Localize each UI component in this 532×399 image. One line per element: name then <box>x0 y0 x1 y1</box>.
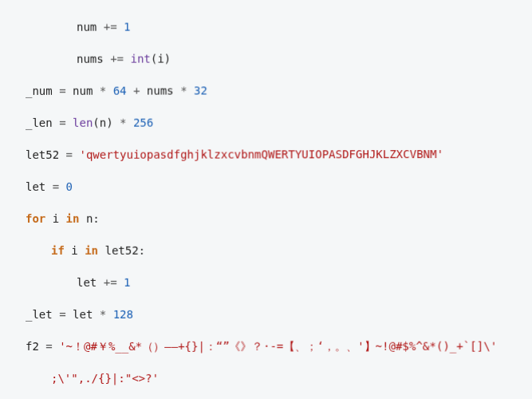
code-line: let = 0 <box>0 178 532 195</box>
code-line: for i in n: <box>0 210 532 227</box>
keyword: if <box>51 244 65 257</box>
builtin-fn: len <box>73 117 93 129</box>
operator: = <box>53 180 59 193</box>
code-line: _let = let * 128 <box>0 306 532 322</box>
operator: * <box>120 117 126 129</box>
identifier: i <box>71 244 77 257</box>
operator: += <box>110 53 124 65</box>
operator: * <box>180 85 187 97</box>
identifier: nums <box>147 85 174 97</box>
operator: += <box>104 21 117 34</box>
code-line: ;\'",./{}|:"<>?' <box>0 370 532 386</box>
string-literal: '~！@#￥%__&*（）——+{}|：“”《》？·-=【、；‘，。、'】~!@… <box>59 340 497 353</box>
number-literal: 256 <box>133 117 153 129</box>
code-line: _len = len(n) * 256 <box>0 114 532 131</box>
number-literal: 32 <box>194 84 207 97</box>
identifier: num <box>77 21 97 34</box>
operator: = <box>59 117 65 129</box>
operator: += <box>104 276 117 289</box>
identifier: let <box>73 308 93 321</box>
identifier: _num <box>26 85 53 97</box>
string-literal: 'qwertyuiopasdfghjklzxcvbnmQWERTYUIOPASD… <box>80 148 444 161</box>
number-literal: 128 <box>113 308 133 321</box>
identifier: let52: <box>105 244 146 257</box>
string-literal: ;\'",./{}|:"<>?' <box>51 372 159 385</box>
keyword: in <box>85 244 98 257</box>
identifier: (n) <box>93 117 112 129</box>
operator: = <box>59 308 65 321</box>
operator: * <box>100 85 106 97</box>
operator: = <box>45 340 52 353</box>
code-line: let += 1 <box>0 274 532 290</box>
identifier: n: <box>86 212 100 225</box>
operator: * <box>100 308 106 321</box>
identifier: _let <box>26 308 53 321</box>
code-line: f2 = '~！@#￥%__&*（）——+{}|：“”《》？·-=【、；‘，。、… <box>0 338 532 354</box>
builtin-fn: int <box>131 53 151 65</box>
identifier: let <box>77 276 97 289</box>
identifier: num <box>73 85 93 97</box>
operator: = <box>59 85 65 97</box>
keyword: in <box>66 212 80 225</box>
number-literal: 1 <box>124 21 130 34</box>
identifier: (i) <box>151 53 171 65</box>
identifier: nums <box>77 53 104 65</box>
code-line: if i in let52: <box>0 242 532 259</box>
operator: + <box>133 85 140 97</box>
identifier: let <box>26 180 45 193</box>
identifier: let52 <box>26 148 59 161</box>
code-line: let52 = 'qwertyuiopasdfghjklzxcvbnmQWERT… <box>0 146 532 163</box>
identifier: _len <box>26 117 53 129</box>
code-line: nums += int(i) <box>0 49 532 67</box>
number-literal: 0 <box>66 180 73 193</box>
operator: = <box>66 148 73 161</box>
identifier: i <box>53 212 59 225</box>
keyword: for <box>26 212 45 225</box>
identifier: f2 <box>26 340 39 353</box>
code-editor[interactable]: num += 1 nums += int(i) _num = num * 64 … <box>0 0 532 399</box>
number-literal: 64 <box>113 85 127 97</box>
number-literal: 1 <box>124 276 130 289</box>
code-line: _num = num * 64 + nums * 32 <box>0 82 532 99</box>
code-line: num += 1 <box>0 18 532 35</box>
